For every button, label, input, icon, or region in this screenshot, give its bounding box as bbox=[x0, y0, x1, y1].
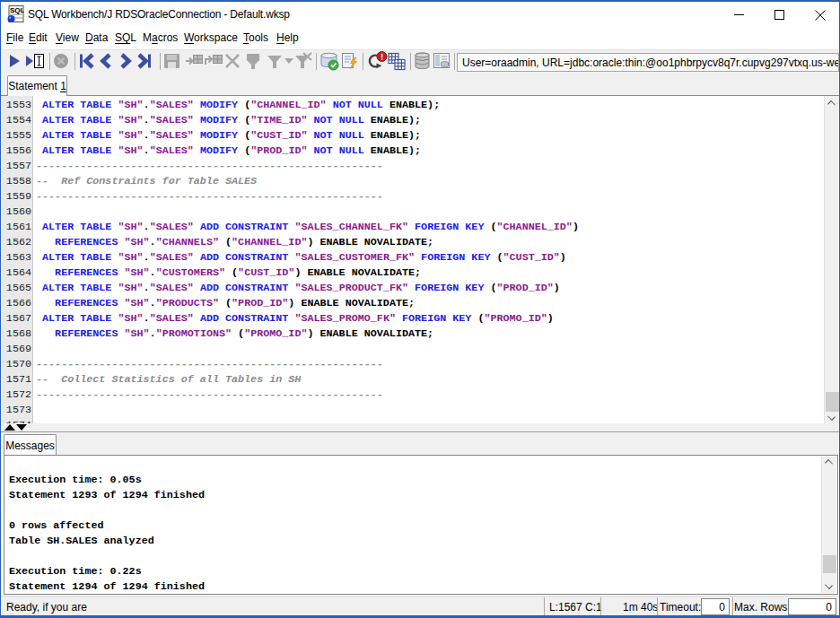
editor-scrollbar bbox=[824, 96, 839, 423]
menu-data[interactable]: Data bbox=[85, 31, 108, 44]
btn-close[interactable] bbox=[801, 1, 839, 28]
menu-edit[interactable]: Edit bbox=[29, 31, 48, 44]
messages-tabstrip: Messages bbox=[1, 431, 839, 455]
menu-workspace[interactable]: Workspace bbox=[184, 31, 238, 44]
toolbar-icons bbox=[1, 50, 457, 74]
connection-info: User=oraadmin, URL=jdbc:oracle:thin:@oo1… bbox=[457, 53, 839, 72]
tab-statement-1[interactable]: Statement 1 bbox=[7, 75, 67, 96]
svg-text:SQL: SQL bbox=[10, 6, 24, 14]
menubar: File Edit View Data SQL Macros Workspace… bbox=[1, 28, 839, 49]
menu-tools[interactable]: Tools bbox=[243, 31, 268, 44]
menu-help[interactable]: Help bbox=[276, 31, 299, 44]
statusbar: Ready, if you are L:1567 C:1 1m 40s Time… bbox=[1, 596, 839, 616]
btn-minimize[interactable] bbox=[718, 1, 759, 28]
exec-timer: 1m 40s bbox=[623, 601, 658, 614]
messages-panel: Execution time: 0.05s Statement 1293 of … bbox=[4, 455, 838, 595]
maxrows-value[interactable]: 0 bbox=[788, 598, 836, 615]
sql-workbench-window: SQL SQL Workbench/J RDSOracleConnection … bbox=[0, 0, 840, 618]
status-message: Ready, if you are bbox=[6, 601, 87, 614]
split-divider[interactable] bbox=[1, 423, 839, 431]
window-title: SQL Workbench/J RDSOracleConnection - De… bbox=[28, 8, 290, 21]
messages-scrollbar bbox=[821, 457, 836, 593]
btn-maximize[interactable] bbox=[759, 1, 801, 28]
titlebar: SQL SQL Workbench/J RDSOracleConnection … bbox=[1, 1, 839, 28]
timeout-value[interactable]: 0 bbox=[701, 598, 730, 615]
menu-macros[interactable]: Macros bbox=[143, 31, 178, 44]
toolbar: User=oraadmin, URL=jdbc:oracle:thin:@oo1… bbox=[1, 49, 839, 74]
sql-editor[interactable]: 1553 1554 1555 1556 1557 1558 1559 1560 … bbox=[2, 96, 839, 423]
cursor-position: L:1567 C:1 bbox=[549, 601, 602, 614]
menu-sql[interactable]: SQL bbox=[115, 31, 136, 44]
menu-view[interactable]: View bbox=[56, 31, 79, 44]
tab-messages[interactable]: Messages bbox=[4, 434, 57, 456]
statement-tabstrip: Statement 1 bbox=[1, 74, 839, 96]
menu-file[interactable]: File bbox=[6, 31, 23, 44]
